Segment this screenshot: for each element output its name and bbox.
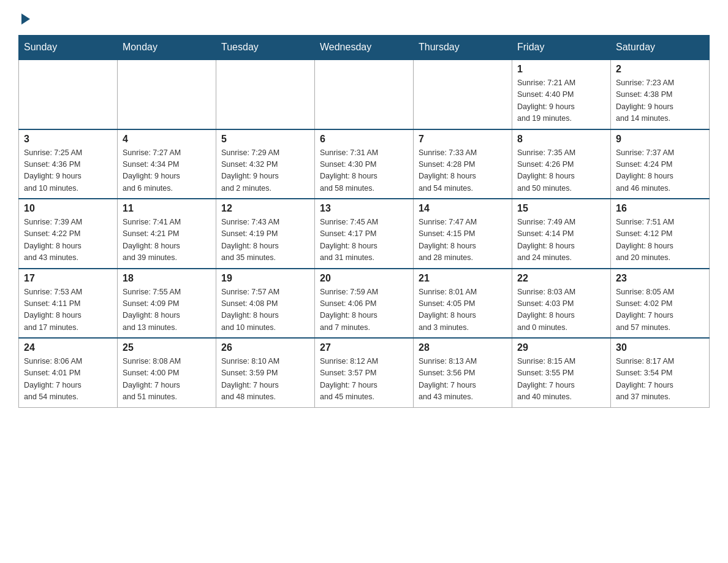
day-info: Sunrise: 7:31 AM Sunset: 4:30 PM Dayligh…	[320, 147, 408, 195]
day-info: Sunrise: 7:59 AM Sunset: 4:06 PM Dayligh…	[320, 286, 408, 334]
day-info: Sunrise: 7:53 AM Sunset: 4:11 PM Dayligh…	[24, 286, 112, 334]
calendar-cell: 17Sunrise: 7:53 AM Sunset: 4:11 PM Dayli…	[19, 269, 118, 339]
day-info: Sunrise: 8:01 AM Sunset: 4:05 PM Dayligh…	[419, 286, 507, 334]
day-number: 1	[517, 64, 605, 75]
day-number: 22	[517, 273, 605, 284]
day-number: 14	[419, 203, 507, 214]
weekday-header-wednesday: Wednesday	[315, 36, 414, 60]
calendar-cell: 27Sunrise: 8:12 AM Sunset: 3:57 PM Dayli…	[315, 338, 414, 407]
day-info: Sunrise: 8:06 AM Sunset: 4:01 PM Dayligh…	[24, 356, 112, 404]
calendar-cell: 9Sunrise: 7:37 AM Sunset: 4:24 PM Daylig…	[611, 129, 710, 199]
day-info: Sunrise: 7:23 AM Sunset: 4:38 PM Dayligh…	[616, 77, 704, 125]
calendar-cell	[19, 59, 118, 129]
day-number: 17	[24, 273, 112, 284]
weekday-header-monday: Monday	[118, 36, 216, 60]
calendar-cell: 20Sunrise: 7:59 AM Sunset: 4:06 PM Dayli…	[315, 269, 414, 339]
calendar-cell: 18Sunrise: 7:55 AM Sunset: 4:09 PM Dayli…	[118, 269, 216, 339]
calendar-week-2: 3Sunrise: 7:25 AM Sunset: 4:36 PM Daylig…	[19, 129, 710, 199]
weekday-header-sunday: Sunday	[19, 36, 118, 60]
calendar-cell	[118, 59, 216, 129]
day-number: 30	[616, 342, 704, 353]
calendar-week-5: 24Sunrise: 8:06 AM Sunset: 4:01 PM Dayli…	[19, 338, 710, 407]
day-info: Sunrise: 8:13 AM Sunset: 3:56 PM Dayligh…	[419, 356, 507, 404]
day-info: Sunrise: 7:47 AM Sunset: 4:15 PM Dayligh…	[419, 216, 507, 264]
day-number: 4	[123, 134, 211, 145]
day-number: 6	[320, 134, 408, 145]
day-number: 9	[616, 134, 704, 145]
day-number: 5	[221, 134, 309, 145]
day-number: 20	[320, 273, 408, 284]
day-info: Sunrise: 7:45 AM Sunset: 4:17 PM Dayligh…	[320, 216, 408, 264]
day-info: Sunrise: 7:29 AM Sunset: 4:32 PM Dayligh…	[221, 147, 309, 195]
day-info: Sunrise: 7:27 AM Sunset: 4:34 PM Dayligh…	[123, 147, 211, 195]
day-number: 12	[221, 203, 309, 214]
day-number: 13	[320, 203, 408, 214]
day-info: Sunrise: 7:21 AM Sunset: 4:40 PM Dayligh…	[517, 77, 605, 125]
calendar-week-4: 17Sunrise: 7:53 AM Sunset: 4:11 PM Dayli…	[19, 269, 710, 339]
day-number: 25	[123, 342, 211, 353]
svg-marker-0	[21, 13, 30, 25]
calendar-cell: 8Sunrise: 7:35 AM Sunset: 4:26 PM Daylig…	[512, 129, 611, 199]
day-info: Sunrise: 8:12 AM Sunset: 3:57 PM Dayligh…	[320, 356, 408, 404]
calendar-cell: 7Sunrise: 7:33 AM Sunset: 4:28 PM Daylig…	[414, 129, 512, 199]
day-number: 10	[24, 203, 112, 214]
day-number: 3	[24, 134, 112, 145]
day-info: Sunrise: 8:10 AM Sunset: 3:59 PM Dayligh…	[221, 356, 309, 404]
day-number: 11	[123, 203, 211, 214]
calendar-header: SundayMondayTuesdayWednesdayThursdayFrid…	[19, 36, 710, 60]
calendar-cell: 23Sunrise: 8:05 AM Sunset: 4:02 PM Dayli…	[611, 269, 710, 339]
calendar-cell: 12Sunrise: 7:43 AM Sunset: 4:19 PM Dayli…	[216, 199, 315, 269]
calendar-cell: 2Sunrise: 7:23 AM Sunset: 4:38 PM Daylig…	[611, 59, 710, 129]
logo	[18, 12, 33, 26]
calendar-week-3: 10Sunrise: 7:39 AM Sunset: 4:22 PM Dayli…	[19, 199, 710, 269]
weekday-header-row: SundayMondayTuesdayWednesdayThursdayFrid…	[19, 36, 710, 60]
calendar-cell: 26Sunrise: 8:10 AM Sunset: 3:59 PM Dayli…	[216, 338, 315, 407]
weekday-header-friday: Friday	[512, 36, 611, 60]
day-info: Sunrise: 7:33 AM Sunset: 4:28 PM Dayligh…	[419, 147, 507, 195]
calendar-cell: 13Sunrise: 7:45 AM Sunset: 4:17 PM Dayli…	[315, 199, 414, 269]
calendar-cell: 3Sunrise: 7:25 AM Sunset: 4:36 PM Daylig…	[19, 129, 118, 199]
day-number: 8	[517, 134, 605, 145]
calendar-cell: 10Sunrise: 7:39 AM Sunset: 4:22 PM Dayli…	[19, 199, 118, 269]
weekday-header-tuesday: Tuesday	[216, 36, 315, 60]
calendar-cell: 25Sunrise: 8:08 AM Sunset: 4:00 PM Dayli…	[118, 338, 216, 407]
calendar-cell: 4Sunrise: 7:27 AM Sunset: 4:34 PM Daylig…	[118, 129, 216, 199]
day-number: 27	[320, 342, 408, 353]
calendar-cell: 29Sunrise: 8:15 AM Sunset: 3:55 PM Dayli…	[512, 338, 611, 407]
calendar-cell: 6Sunrise: 7:31 AM Sunset: 4:30 PM Daylig…	[315, 129, 414, 199]
weekday-header-saturday: Saturday	[611, 36, 710, 60]
day-info: Sunrise: 7:43 AM Sunset: 4:19 PM Dayligh…	[221, 216, 309, 264]
day-info: Sunrise: 8:17 AM Sunset: 3:54 PM Dayligh…	[616, 356, 704, 404]
day-number: 7	[419, 134, 507, 145]
calendar-table: SundayMondayTuesdayWednesdayThursdayFrid…	[18, 35, 710, 408]
page-header	[18, 12, 710, 26]
day-info: Sunrise: 7:39 AM Sunset: 4:22 PM Dayligh…	[24, 216, 112, 264]
day-info: Sunrise: 8:08 AM Sunset: 4:00 PM Dayligh…	[123, 356, 211, 404]
day-number: 19	[221, 273, 309, 284]
day-number: 15	[517, 203, 605, 214]
logo-flag-icon	[19, 12, 32, 26]
day-info: Sunrise: 8:15 AM Sunset: 3:55 PM Dayligh…	[517, 356, 605, 404]
calendar-cell: 21Sunrise: 8:01 AM Sunset: 4:05 PM Dayli…	[414, 269, 512, 339]
day-number: 29	[517, 342, 605, 353]
calendar-cell: 30Sunrise: 8:17 AM Sunset: 3:54 PM Dayli…	[611, 338, 710, 407]
day-number: 26	[221, 342, 309, 353]
day-number: 2	[616, 64, 704, 75]
day-number: 21	[419, 273, 507, 284]
day-info: Sunrise: 8:05 AM Sunset: 4:02 PM Dayligh…	[616, 286, 704, 334]
calendar-cell: 22Sunrise: 8:03 AM Sunset: 4:03 PM Dayli…	[512, 269, 611, 339]
calendar-cell: 24Sunrise: 8:06 AM Sunset: 4:01 PM Dayli…	[19, 338, 118, 407]
day-number: 23	[616, 273, 704, 284]
calendar-cell: 19Sunrise: 7:57 AM Sunset: 4:08 PM Dayli…	[216, 269, 315, 339]
weekday-header-thursday: Thursday	[414, 36, 512, 60]
calendar-cell	[315, 59, 414, 129]
calendar-cell: 1Sunrise: 7:21 AM Sunset: 4:40 PM Daylig…	[512, 59, 611, 129]
day-info: Sunrise: 8:03 AM Sunset: 4:03 PM Dayligh…	[517, 286, 605, 334]
calendar-cell: 11Sunrise: 7:41 AM Sunset: 4:21 PM Dayli…	[118, 199, 216, 269]
calendar-week-1: 1Sunrise: 7:21 AM Sunset: 4:40 PM Daylig…	[19, 59, 710, 129]
calendar-body: 1Sunrise: 7:21 AM Sunset: 4:40 PM Daylig…	[19, 59, 710, 407]
day-info: Sunrise: 7:25 AM Sunset: 4:36 PM Dayligh…	[24, 147, 112, 195]
calendar-cell	[414, 59, 512, 129]
day-number: 18	[123, 273, 211, 284]
day-info: Sunrise: 7:35 AM Sunset: 4:26 PM Dayligh…	[517, 147, 605, 195]
